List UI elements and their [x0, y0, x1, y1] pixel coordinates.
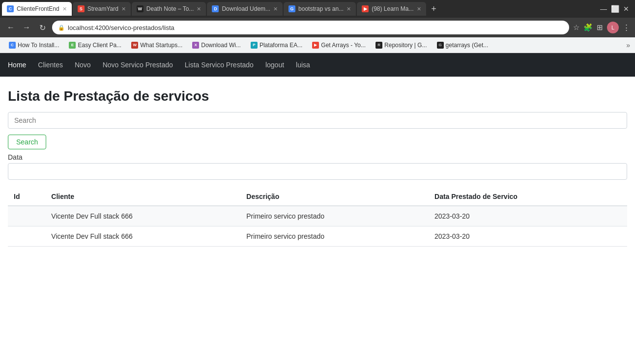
tab-label-4: Download Udem...	[222, 5, 270, 12]
tab-youtube[interactable]: ▶ (98) Learn Ma... ✕	[357, 2, 426, 16]
new-tab-button[interactable]: +	[427, 2, 441, 16]
bookmark-getarrays-git[interactable]: G getarrays (Get...	[433, 41, 492, 50]
bookmark-label-4: Download Wi...	[201, 42, 241, 49]
bookmark-star-icon[interactable]: ☆	[573, 23, 579, 32]
tab-favicon-4: D	[212, 5, 219, 12]
tab-bootstrap[interactable]: G bootstrap vs an... ✕	[284, 2, 356, 16]
cell-cliente: Vicente Dev Full stack 666	[45, 226, 240, 247]
url-bar[interactable]: 🔒 localhost:4200/servico-prestados/lista	[52, 21, 569, 34]
nav-clientes[interactable]: Clientes	[38, 61, 63, 69]
tab-deathnote[interactable]: W Death Note – To... ✕	[132, 2, 206, 16]
tab-close-6[interactable]: ✕	[417, 6, 421, 12]
tab-close-5[interactable]: ✕	[346, 6, 351, 12]
app-nav: Home Clientes Novo Novo Servico Prestado…	[0, 53, 635, 77]
browser-menu-icon[interactable]: ⋮	[623, 23, 630, 32]
service-table: Id Cliente Descrição Data Prestado de Se…	[8, 188, 627, 247]
bookmarks-overflow-icon[interactable]: »	[626, 41, 630, 49]
tab-favicon-5: G	[289, 5, 295, 12]
bookmark-plataforma-ea[interactable]: P Plataforma EA...	[247, 41, 306, 50]
refresh-button[interactable]: ↻	[36, 22, 48, 33]
bookmark-repository[interactable]: R Repository | G...	[372, 41, 431, 50]
date-label: Data	[8, 153, 627, 161]
table-body: Vicente Dev Full stack 666Primeiro servi…	[8, 206, 627, 247]
table-row: Vicente Dev Full stack 666Primeiro servi…	[8, 226, 627, 247]
tab-controls: — ⬜ ✕	[600, 5, 633, 13]
tab-bar: C ClienteFrontEnd ✕ S StreamYard ✕ W Dea…	[0, 0, 635, 18]
url-text: localhost:4200/servico-prestados/lista	[68, 24, 563, 31]
bookmarks-bar: C How To Install... E Easy Client Pa... …	[0, 37, 635, 53]
bookmark-favicon-1: C	[9, 42, 16, 49]
tab-label-1: ClienteFrontEnd	[17, 5, 59, 12]
nav-lista-servico[interactable]: Lista Servico Prestado	[185, 61, 254, 69]
search-input[interactable]	[8, 112, 627, 129]
tab-close-2[interactable]: ✕	[121, 6, 126, 12]
bookmark-easy-client[interactable]: E Easy Client Pa...	[65, 41, 125, 50]
bookmark-favicon-2: E	[69, 42, 76, 49]
browser-chrome: C ClienteFrontEnd ✕ S StreamYard ✕ W Dea…	[0, 0, 635, 53]
bookmark-label-2: Easy Client Pa...	[78, 42, 121, 49]
close-browser-button[interactable]: ✕	[623, 5, 629, 13]
address-bar: ← → ↻ 🔒 localhost:4200/servico-prestados…	[0, 18, 635, 37]
maximize-button[interactable]: ⬜	[611, 5, 619, 13]
cell-descricao: Primeiro servico prestado	[240, 226, 429, 247]
bookmark-what-startups[interactable]: W What Startups...	[127, 41, 186, 50]
cell-id	[8, 206, 45, 226]
bookmark-favicon-4: X	[192, 42, 199, 49]
table-row: Vicente Dev Full stack 666Primeiro servi…	[8, 206, 627, 226]
tab-streamyard[interactable]: S StreamYard ✕	[73, 2, 131, 16]
tab-label-6: (98) Learn Ma...	[372, 5, 413, 12]
nav-home[interactable]: Home	[8, 61, 26, 69]
cell-cliente: Vicente Dev Full stack 666	[45, 206, 240, 226]
tab-label-3: Death Note – To...	[146, 5, 194, 12]
cell-data: 2023-03-20	[429, 226, 627, 247]
address-bar-icons: ☆ 🧩 ⊞ L ⋮	[573, 22, 630, 33]
profile-icon[interactable]: L	[607, 22, 619, 33]
col-id: Id	[8, 188, 45, 206]
nav-novo-servico[interactable]: Novo Servico Prestado	[103, 61, 173, 69]
tab-label-5: bootstrap vs an...	[298, 5, 344, 12]
page-content: Lista de Prestação de servicos Search Da…	[0, 77, 635, 258]
bookmark-label-3: What Startups...	[140, 42, 182, 49]
tab-favicon-6: ▶	[362, 5, 369, 12]
tab-favicon-2: S	[78, 5, 85, 12]
bookmark-label-7: Repository | G...	[384, 42, 427, 49]
bookmark-favicon-5: P	[251, 42, 258, 49]
bookmark-favicon-8: G	[437, 42, 444, 49]
minimize-button[interactable]: —	[600, 5, 607, 13]
table-header: Id Cliente Descrição Data Prestado de Se…	[8, 188, 627, 206]
col-cliente: Cliente	[45, 188, 240, 206]
bookmark-download-wi[interactable]: X Download Wi...	[188, 41, 245, 50]
tab-close-1[interactable]: ✕	[62, 6, 67, 12]
lock-icon: 🔒	[58, 25, 65, 31]
cell-descricao: Primeiro servico prestado	[240, 206, 429, 226]
tab-favicon-1: C	[7, 5, 14, 12]
tab-label-2: StreamYard	[87, 5, 118, 12]
back-button[interactable]: ←	[5, 22, 17, 33]
date-input[interactable]: 20/03/2023	[8, 163, 627, 180]
bookmark-favicon-3: W	[131, 42, 138, 49]
tab-favicon-3: W	[137, 5, 144, 12]
nav-user[interactable]: luisa	[296, 61, 310, 69]
bookmark-label-1: How To Install...	[18, 42, 59, 49]
nav-novo[interactable]: Novo	[75, 61, 91, 69]
tab-close-4[interactable]: ✕	[273, 6, 278, 12]
page-title: Lista de Prestação de servicos	[8, 88, 627, 104]
bookmark-getarrays-yt[interactable]: ▶ Get Arrays - Yo...	[308, 41, 370, 50]
bookmark-label-5: Plataforma EA...	[260, 42, 302, 49]
table-header-row: Id Cliente Descrição Data Prestado de Se…	[8, 188, 627, 206]
bookmark-label-6: Get Arrays - Yo...	[321, 42, 366, 49]
cell-id	[8, 226, 45, 247]
search-button[interactable]: Search	[8, 135, 46, 149]
col-descricao: Descrição	[240, 188, 429, 206]
bookmark-how-to-install[interactable]: C How To Install...	[5, 41, 63, 50]
tab-clientefrontend[interactable]: C ClienteFrontEnd ✕	[2, 2, 72, 16]
bookmark-favicon-6: ▶	[312, 42, 319, 49]
tab-search-icon[interactable]: ⊞	[597, 23, 603, 32]
tab-close-3[interactable]: ✕	[197, 6, 201, 12]
tab-download-udemy[interactable]: D Download Udem... ✕	[207, 2, 283, 16]
bookmark-favicon-7: R	[375, 42, 382, 49]
nav-logout[interactable]: logout	[265, 61, 284, 69]
forward-button[interactable]: →	[21, 22, 32, 33]
col-data: Data Prestado de Servico	[429, 188, 627, 206]
extensions-icon[interactable]: 🧩	[583, 23, 593, 32]
